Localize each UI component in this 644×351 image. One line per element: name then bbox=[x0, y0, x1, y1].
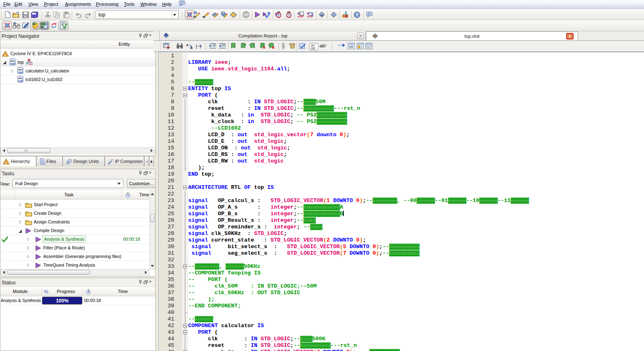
svg-text:{: { bbox=[196, 44, 197, 49]
svg-text:VHD: VHD bbox=[10, 63, 15, 65]
svg-text:abc: abc bbox=[19, 68, 23, 71]
svg-text:268: 268 bbox=[311, 47, 315, 50]
svg-text:abc: abc bbox=[373, 34, 378, 37]
svg-text:267: 267 bbox=[311, 44, 315, 47]
svg-text:A: A bbox=[186, 43, 189, 47]
svg-text:VHD: VHD bbox=[18, 80, 23, 82]
svg-text:VHD: VHD bbox=[18, 71, 23, 74]
svg-text:abc: abc bbox=[19, 77, 23, 79]
svg-text:abc: abc bbox=[11, 60, 15, 62]
svg-text:STOP: STOP bbox=[243, 14, 249, 16]
svg-text:?: ? bbox=[356, 13, 358, 17]
